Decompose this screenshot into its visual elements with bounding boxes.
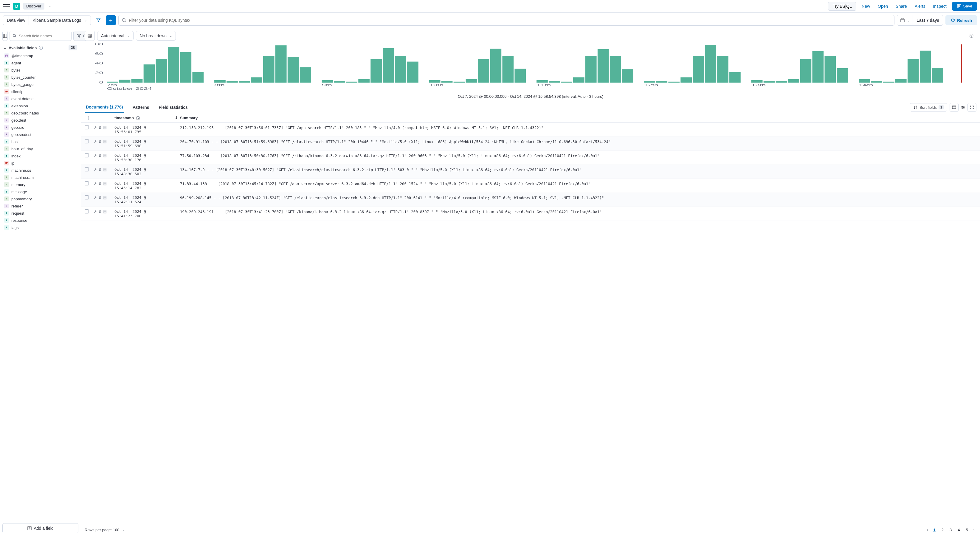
field-item[interactable]: tmessage (2, 188, 78, 195)
field-item[interactable]: IPclientip (2, 88, 78, 95)
field-item[interactable]: #phpmemory (2, 195, 78, 202)
copy-row-icon[interactable]: ⧉ (99, 139, 101, 148)
add-field-button[interactable]: Add a field (2, 523, 78, 533)
field-item[interactable]: thost (2, 138, 78, 145)
table-row[interactable]: ↗ ⧉ ▤ Oct 14, 2024 @ 15:42:11.524 96.199… (81, 193, 980, 207)
field-search-input[interactable] (19, 34, 69, 38)
data-view-selector[interactable]: Kibana Sample Data Logs ⌄ (29, 15, 91, 25)
add-filter-button[interactable] (106, 15, 116, 25)
copy-row-icon[interactable]: ⧉ (99, 209, 101, 218)
page-number[interactable]: 1 (931, 526, 938, 533)
view-doc-icon[interactable]: ▤ (103, 181, 107, 190)
inspect-link[interactable]: Inspect (931, 4, 949, 9)
copy-row-icon[interactable]: ⧉ (99, 167, 101, 176)
expand-row-icon[interactable]: ↗ (94, 209, 97, 218)
save-button[interactable]: Save (952, 2, 977, 11)
query-input[interactable] (129, 18, 891, 23)
page-number[interactable]: 5 (963, 526, 970, 533)
table-row[interactable]: ↗ ⧉ ▤ Oct 14, 2024 @ 15:51:59.698 204.70… (81, 137, 980, 151)
open-link[interactable]: Open (875, 4, 890, 9)
row-checkbox[interactable] (85, 125, 89, 129)
new-link[interactable]: New (859, 4, 872, 9)
row-checkbox[interactable] (85, 195, 89, 199)
page-number[interactable]: 2 (939, 526, 946, 533)
field-item[interactable]: #hour_of_day (2, 145, 78, 152)
expand-row-icon[interactable]: ↗ (94, 181, 97, 190)
page-next-button[interactable]: › (972, 526, 977, 533)
field-item[interactable]: #bytes (2, 67, 78, 74)
table-row[interactable]: ↗ ⧉ ▤ Oct 14, 2024 @ 15:50:30.176 77.50.… (81, 151, 980, 165)
histogram-toggle-button[interactable] (85, 31, 95, 41)
view-doc-icon[interactable]: ▤ (103, 125, 107, 134)
refresh-button[interactable]: Refresh (945, 15, 977, 25)
tab-field-statistics[interactable]: Field statistics (158, 102, 189, 113)
copy-row-icon[interactable]: ⧉ (99, 195, 101, 204)
table-row[interactable]: ↗ ⧉ ▤ Oct 14, 2024 @ 15:41:23.700 190.20… (81, 207, 980, 221)
field-item[interactable]: ttags (2, 224, 78, 231)
view-doc-icon[interactable]: ▤ (103, 167, 107, 176)
page-number[interactable]: 3 (947, 526, 954, 533)
expand-row-icon[interactable]: ↗ (94, 139, 97, 148)
field-item[interactable]: tmachine.os (2, 167, 78, 174)
rows-per-page-selector[interactable]: Rows per page: 100 ⌄ (85, 528, 124, 532)
share-link[interactable]: Share (893, 4, 909, 9)
field-item[interactable]: tagent (2, 59, 78, 67)
view-doc-icon[interactable]: ▤ (103, 153, 107, 162)
expand-row-icon[interactable]: ↗ (94, 125, 97, 134)
field-item[interactable]: @timestamp (2, 52, 78, 59)
field-item[interactable]: kevent.dataset (2, 95, 78, 102)
sort-desc-icon[interactable] (174, 115, 179, 120)
field-item[interactable]: #memory (2, 181, 78, 188)
view-doc-icon[interactable]: ▤ (103, 195, 107, 204)
interval-selector[interactable]: Auto interval ⌄ (97, 31, 134, 41)
field-item[interactable]: #machine.ram (2, 174, 78, 181)
query-input-wrapper[interactable] (118, 15, 894, 25)
tab-documents[interactable]: Documents (1,776) (85, 102, 124, 113)
app-title-pill[interactable]: Discover (23, 3, 45, 10)
field-item[interactable]: kgeo.dest (2, 116, 78, 124)
row-checkbox[interactable] (85, 153, 89, 157)
display-density-button[interactable] (950, 103, 959, 112)
histogram-chart[interactable]: 0204060807th8th9th10th11th12th13th14thOc… (85, 43, 977, 91)
expand-row-icon[interactable]: ↗ (94, 153, 97, 162)
display-options-button[interactable] (959, 103, 967, 112)
app-switcher-chevron-icon[interactable]: ⌄ (49, 5, 51, 8)
field-item[interactable]: kgeo.src (2, 124, 78, 131)
fullscreen-button[interactable] (967, 103, 977, 112)
main-menu-button[interactable] (3, 3, 10, 10)
try-esql-button[interactable]: Try ES|QL (828, 2, 856, 11)
field-item[interactable]: kgeo.srcdest (2, 131, 78, 138)
col-summary-label[interactable]: Summary (180, 116, 977, 120)
tab-patterns[interactable]: Patterns (131, 102, 150, 113)
expand-row-icon[interactable]: ↗ (94, 167, 97, 176)
field-item[interactable]: IPip (2, 159, 78, 167)
alerts-link[interactable]: Alerts (912, 4, 928, 9)
row-checkbox[interactable] (85, 139, 89, 143)
view-doc-icon[interactable]: ▤ (103, 209, 107, 218)
field-item[interactable]: tresponse (2, 217, 78, 224)
field-item[interactable]: trequest (2, 210, 78, 217)
breakdown-selector[interactable]: No breakdown ⌄ (136, 31, 176, 41)
sort-fields-button[interactable]: Sort fields 1 (910, 103, 947, 111)
field-item[interactable]: textension (2, 102, 78, 110)
copy-row-icon[interactable]: ⧉ (99, 125, 101, 134)
view-doc-icon[interactable]: ▤ (103, 139, 107, 148)
available-fields-header[interactable]: ⌄ Available fields 28 (2, 43, 78, 52)
chart-options-button[interactable] (966, 31, 977, 41)
copy-row-icon[interactable]: ⧉ (99, 181, 101, 190)
field-item[interactable]: #geo.coordinates (2, 110, 78, 116)
page-prev-button[interactable]: ‹ (925, 526, 930, 533)
row-checkbox[interactable] (85, 167, 89, 172)
row-checkbox[interactable] (85, 209, 89, 213)
table-row[interactable]: ↗ ⧉ ▤ Oct 14, 2024 @ 15:48:30.502 134.16… (81, 165, 980, 179)
date-range-picker[interactable]: ⌄ Last 7 days (897, 15, 943, 25)
table-row[interactable]: ↗ ⧉ ▤ Oct 14, 2024 @ 15:56:01.735 212.15… (81, 123, 980, 137)
select-all-checkbox[interactable] (85, 116, 89, 120)
field-search-wrapper[interactable] (10, 31, 72, 41)
field-item[interactable]: kreferer (2, 202, 78, 210)
field-item[interactable]: #bytes_counter (2, 74, 78, 81)
field-item[interactable]: tindex (2, 152, 78, 159)
field-item[interactable]: #bytes_gauge (2, 81, 78, 88)
page-number[interactable]: 4 (955, 526, 962, 533)
filter-funnel-button[interactable] (93, 15, 103, 25)
